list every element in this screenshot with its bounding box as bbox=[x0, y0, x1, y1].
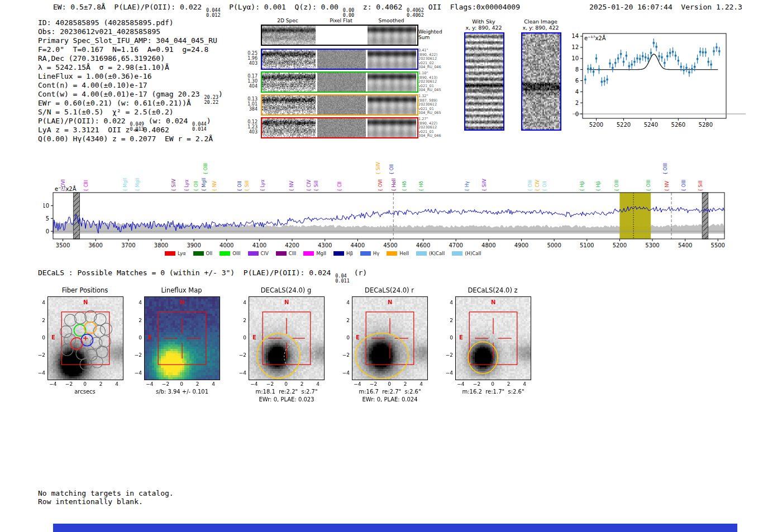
legend-item: Hβ bbox=[333, 251, 353, 256]
x-tick: −2 bbox=[160, 381, 171, 387]
panel-plot: NE bbox=[455, 296, 531, 380]
y-tick: −4 bbox=[234, 370, 246, 376]
x-tick: −4 bbox=[144, 381, 155, 387]
panel-caption-1: s/b: 3.94 +/- 0.101 bbox=[127, 389, 237, 395]
legend-swatch bbox=[416, 251, 427, 256]
legend-swatch bbox=[303, 251, 314, 256]
info-line: ID: 4028585895 (4028585895.pdf) bbox=[38, 18, 223, 27]
text-segment: OII Flags:0x00004009 bbox=[424, 3, 520, 11]
y-tick: 2 bbox=[130, 318, 142, 323]
east-label: E bbox=[148, 334, 152, 341]
emission-line-label: { CIV bbox=[307, 179, 312, 191]
x-tick: −4 bbox=[249, 381, 260, 387]
legend-item: OIII bbox=[220, 251, 240, 256]
svg-text:0: 0 bbox=[575, 111, 579, 117]
north-label: N bbox=[83, 299, 88, 305]
image-pixels bbox=[317, 26, 366, 45]
clean-image-panel: Clean Image x, y: 890, 422 bbox=[515, 18, 566, 131]
photometry-aperture bbox=[356, 333, 408, 379]
x-tick: −4 bbox=[455, 381, 466, 387]
info-line: Obs: 20230612v021_4028585895 bbox=[38, 27, 223, 36]
emission-line-label: { Lyα bbox=[184, 180, 189, 191]
cutout-row-meta: 1.10"(890, 413)20230612v021_01304_RU_045 bbox=[418, 71, 449, 93]
panel-caption-1: m:16.2 re:1.7" s:2.6" bbox=[438, 389, 548, 395]
x-tick: 2 bbox=[503, 381, 514, 387]
emission-line-label: { OIII bbox=[663, 163, 668, 175]
y-tick: 4 bbox=[337, 300, 350, 305]
footer-line-1: No matching targets in catalog. bbox=[38, 489, 174, 497]
fiber-circle bbox=[91, 356, 103, 368]
panel-title: DECaLS(24.0) r bbox=[342, 286, 436, 294]
legend-label: CIV bbox=[261, 251, 269, 256]
emission-line-label: { OIII bbox=[681, 180, 686, 191]
text-segment: Q(0.00) Hγ(4340) z = 0.2077 EW r = 2.2Å bbox=[38, 135, 213, 143]
emission-line-label: { MgII bbox=[135, 178, 140, 191]
legend-label: Hβ bbox=[346, 251, 353, 256]
svg-text:0: 0 bbox=[46, 228, 49, 234]
legend-swatch bbox=[333, 251, 344, 256]
x-tick: 4 bbox=[208, 381, 219, 387]
info-line: LineFlux = 1.00(±0.36)e-16 bbox=[38, 72, 223, 81]
text-segment: ID: 4028585895 (4028585895.pdf) bbox=[38, 18, 174, 27]
text-segment: EW: 0.5±7.8Å P(LAE)/P(OII): 0.022 bbox=[53, 3, 206, 11]
panel-title: Fiber Positions bbox=[38, 286, 132, 294]
info-line: LyA z = 3.3121 OII z = 0.4062 bbox=[38, 126, 223, 135]
panel-caption-2: EWr: 0, PLAE: 0.023 bbox=[232, 396, 341, 402]
east-label: E bbox=[459, 334, 463, 341]
image-pixels bbox=[368, 118, 416, 137]
panel-xlabel: arcsecs bbox=[47, 389, 122, 395]
svg-text:5500: 5500 bbox=[711, 242, 725, 248]
text-segment: RA,Dec (270.316986,65.319260) bbox=[38, 54, 165, 63]
cutout-row bbox=[261, 25, 418, 46]
svg-text:5300: 5300 bbox=[645, 242, 659, 248]
emission-line-label: { OIII bbox=[528, 180, 533, 191]
y-tick: 4 bbox=[441, 300, 453, 305]
svg-text:5400: 5400 bbox=[678, 242, 692, 248]
x-tick: 4 bbox=[519, 381, 530, 387]
text-segment: LineFlux = 1.00(±0.36)e-16 bbox=[38, 72, 152, 80]
emission-line-label: { OIII bbox=[614, 180, 619, 191]
emission-line-label: { SiIV bbox=[376, 162, 381, 175]
clean-image-coords: x, y: 890, 422 bbox=[515, 25, 566, 31]
emission-line-label: { OVI bbox=[378, 179, 383, 191]
image-pixels bbox=[522, 33, 560, 130]
cutout-row bbox=[261, 117, 418, 138]
emission-line-label: { CII bbox=[337, 181, 342, 191]
image-pixels bbox=[368, 73, 416, 92]
x-tick: 4 bbox=[312, 381, 323, 387]
emission-line-label: { HeII bbox=[392, 179, 397, 191]
x-tick: −2 bbox=[471, 381, 482, 387]
y-tick: −2 bbox=[130, 352, 142, 358]
north-label: N bbox=[491, 299, 495, 305]
emission-line-label: { OIII bbox=[203, 163, 208, 175]
svg-text:5: 5 bbox=[46, 215, 49, 222]
cutout-row bbox=[261, 49, 418, 70]
east-label: E bbox=[356, 334, 360, 341]
x-tick: 2 bbox=[400, 381, 411, 387]
text-segment: P(Lyα): 0.001 Q(z): 0.00 bbox=[221, 3, 343, 11]
sup-sub-value: 0.000.00 bbox=[343, 8, 354, 17]
cutout-row-meta: 1.32"(887, 589)20230612v021_01304_RU_065 bbox=[418, 94, 449, 116]
cutout-row-meta: 1.27"(890, 422)20230612v021_01304_RU_046 bbox=[418, 117, 449, 138]
legend-swatch bbox=[220, 251, 230, 256]
y-tick: 2 bbox=[337, 318, 350, 323]
text-segment: λ = 5242.15Å σ = 2.98(±1.10)Å bbox=[38, 63, 169, 71]
col-header-smoothed: Smoothed bbox=[367, 18, 416, 23]
svg-text:5200: 5200 bbox=[613, 242, 627, 248]
legend-label: OIII bbox=[232, 251, 240, 256]
panel-decals-24-0-z: DECaLS(24.0) zNE−4−4−2−2002244m:16.2 re:… bbox=[437, 282, 549, 408]
y-tick: 4 bbox=[234, 300, 246, 305]
emission-line-label: { Hγ bbox=[465, 181, 470, 191]
svg-text:5260: 5260 bbox=[671, 122, 685, 128]
image-pixels bbox=[317, 95, 366, 114]
panel-title: DECaLS(24.0) z bbox=[446, 286, 540, 294]
image-pixels bbox=[368, 95, 416, 114]
legend-label: (H)CaII bbox=[465, 251, 481, 256]
image-pixels bbox=[262, 26, 316, 45]
svg-text:5280: 5280 bbox=[699, 122, 713, 128]
image-pixels bbox=[368, 50, 416, 69]
emission-line-label: { Hδ bbox=[402, 181, 407, 191]
x-tick: 2 bbox=[192, 381, 203, 387]
panel-lineflux-map: Lineflux MapNE−4−4−2−2002244s/b: 3.94 +/… bbox=[126, 282, 238, 408]
text-segment: EWr = 0.60(±0.21) (w: 0.61(±0.21))Å bbox=[38, 99, 191, 107]
